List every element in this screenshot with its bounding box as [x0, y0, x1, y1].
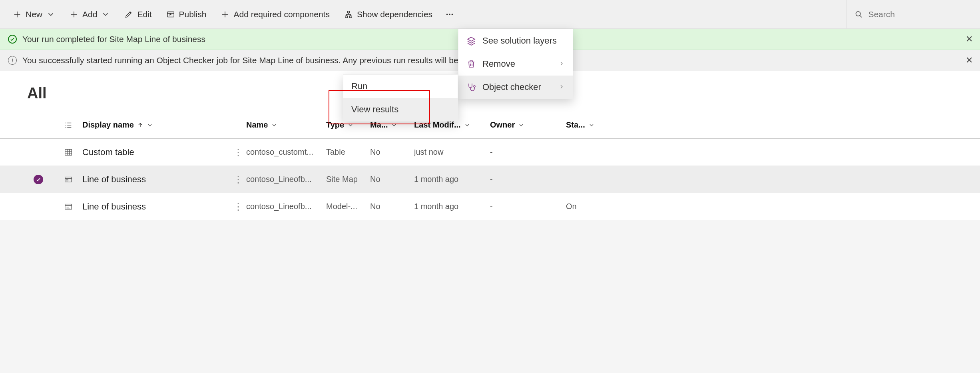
row-display-name[interactable]: Line of business — [82, 174, 230, 185]
table-row[interactable]: Line of business⋮contoso_Lineofb...Model… — [0, 193, 980, 220]
add-button[interactable]: Add — [62, 0, 117, 28]
row-managed: No — [370, 148, 414, 157]
svg-point-6 — [452, 14, 453, 15]
layers-icon — [466, 36, 476, 46]
command-bar: New Add Edit Publish Add required compon… — [0, 0, 980, 29]
row-owner: - — [490, 202, 566, 211]
row-name: contoso_customt... — [246, 148, 326, 157]
close-icon[interactable]: ✕ — [966, 34, 973, 44]
icon-column-header[interactable] — [54, 121, 82, 130]
components-table: Display name Name Type Ma... Last Modif.… — [0, 112, 980, 220]
submenu-run[interactable]: Run — [343, 75, 458, 98]
publish-button[interactable]: Publish — [159, 0, 214, 28]
chevron-right-icon — [558, 82, 565, 92]
publish-label: Publish — [179, 10, 207, 19]
search-icon — [855, 10, 862, 19]
row-owner: - — [490, 148, 566, 157]
table-header: Display name Name Type Ma... Last Modif.… — [0, 112, 980, 139]
checkmark-icon — [8, 35, 17, 44]
chevron-down-icon — [46, 10, 55, 19]
chevron-down-icon — [101, 10, 110, 19]
info-icon: i — [8, 56, 17, 65]
column-status[interactable]: Sta... — [566, 120, 602, 130]
plus-icon — [70, 10, 78, 19]
table-row[interactable]: Custom table⋮contoso_customt...TableNoju… — [0, 139, 980, 166]
row-display-name[interactable]: Line of business — [82, 201, 230, 212]
overflow-menu: See solution layers Remove Object checke… — [458, 29, 573, 99]
svg-point-12 — [474, 86, 475, 87]
column-modified[interactable]: Last Modif... — [414, 120, 490, 130]
row-managed: No — [370, 202, 414, 211]
chevron-down-icon — [588, 122, 595, 128]
svg-rect-11 — [65, 204, 72, 209]
hierarchy-icon — [344, 10, 353, 19]
overflow-button[interactable] — [440, 0, 460, 28]
svg-rect-8 — [65, 149, 72, 155]
table-row[interactable]: Line of business⋮contoso_Lineofb...Site … — [0, 166, 980, 193]
chevron-down-icon — [464, 122, 470, 128]
show-dependencies-label: Show dependencies — [357, 10, 432, 19]
search-input[interactable] — [868, 10, 966, 19]
row-owner: - — [490, 175, 566, 184]
menu-object-checker[interactable]: Object checker — [458, 76, 573, 99]
row-name: contoso_Lineofb... — [246, 202, 326, 211]
list-view-icon — [64, 121, 73, 130]
row-more-button[interactable]: ⋮ — [230, 174, 246, 185]
row-type: Model-... — [326, 202, 370, 211]
plus-icon — [221, 10, 229, 19]
edit-button[interactable]: Edit — [117, 0, 159, 28]
svg-rect-3 — [350, 16, 352, 18]
column-name[interactable]: Name — [246, 120, 326, 130]
checkmark-icon — [34, 175, 43, 184]
svg-rect-1 — [347, 11, 350, 13]
publish-icon — [166, 10, 175, 19]
row-status: On — [566, 202, 602, 211]
row-type-icon — [54, 175, 82, 184]
row-type: Site Map — [326, 175, 370, 184]
row-modified: 1 month ago — [414, 175, 490, 184]
plus-icon — [13, 10, 22, 19]
row-type: Table — [326, 148, 370, 157]
sort-asc-icon — [137, 122, 143, 128]
row-managed: No — [370, 175, 414, 184]
new-button[interactable]: New — [6, 0, 62, 28]
menu-see-solution-layers[interactable]: See solution layers — [458, 29, 573, 52]
row-more-button[interactable]: ⋮ — [230, 201, 246, 212]
add-label: Add — [82, 10, 97, 19]
chevron-down-icon — [518, 122, 524, 128]
row-modified: just now — [414, 148, 490, 157]
column-type[interactable]: Type — [326, 120, 370, 130]
close-icon[interactable]: ✕ — [966, 55, 973, 66]
row-name: contoso_Lineofb... — [246, 175, 326, 184]
add-required-button[interactable]: Add required components — [213, 0, 337, 28]
column-owner[interactable]: Owner — [490, 120, 566, 130]
svg-point-7 — [856, 11, 860, 16]
chevron-down-icon — [347, 122, 354, 128]
trash-icon — [466, 59, 476, 69]
info-text: You successfully started running an Obje… — [22, 56, 503, 65]
svg-rect-2 — [345, 16, 348, 18]
column-managed[interactable]: Ma... — [370, 120, 414, 130]
row-more-button[interactable]: ⋮ — [230, 147, 246, 158]
row-type-icon — [54, 202, 82, 211]
menu-remove[interactable]: Remove — [458, 52, 573, 76]
row-select[interactable] — [22, 175, 54, 184]
edit-label: Edit — [137, 10, 151, 19]
chevron-down-icon — [391, 122, 397, 128]
row-type-icon — [54, 148, 82, 157]
svg-point-5 — [449, 14, 450, 15]
object-checker-submenu: Run View results — [343, 74, 458, 122]
search-box[interactable] — [847, 0, 974, 28]
row-display-name[interactable]: Custom table — [82, 147, 230, 158]
ellipsis-icon — [445, 10, 454, 19]
row-modified: 1 month ago — [414, 202, 490, 211]
svg-point-4 — [446, 14, 448, 15]
column-display-name[interactable]: Display name — [82, 120, 230, 130]
chevron-right-icon — [558, 59, 565, 69]
show-dependencies-button[interactable]: Show dependencies — [337, 0, 440, 28]
add-required-label: Add required components — [233, 10, 330, 19]
chevron-down-icon — [147, 122, 153, 128]
submenu-view-results[interactable]: View results — [343, 98, 458, 121]
pencil-icon — [124, 10, 133, 19]
svg-rect-10 — [66, 179, 68, 181]
